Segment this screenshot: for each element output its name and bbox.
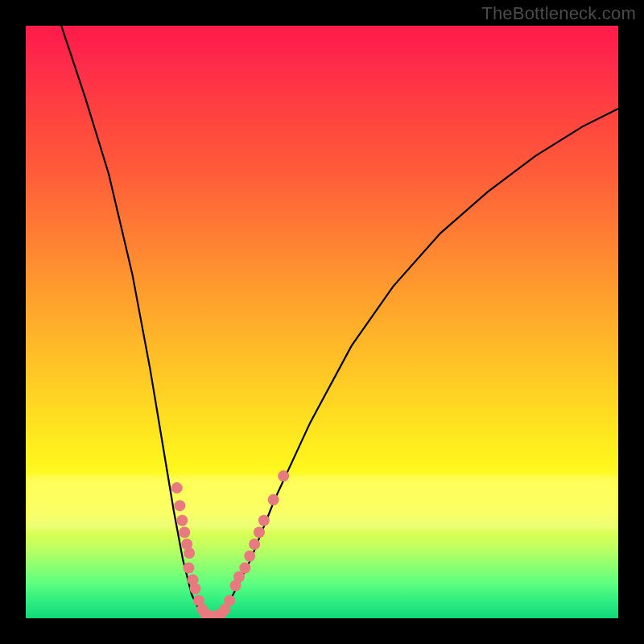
data-point-group bbox=[171, 470, 289, 618]
data-point bbox=[239, 562, 250, 573]
data-point bbox=[176, 515, 188, 526]
data-point bbox=[184, 547, 195, 559]
data-point bbox=[224, 595, 235, 606]
data-point bbox=[171, 482, 183, 493]
data-point bbox=[190, 583, 201, 594]
plot-area bbox=[26, 26, 618, 618]
data-point bbox=[249, 539, 260, 550]
data-point bbox=[268, 494, 279, 506]
watermark-text: TheBottleneck.com bbox=[481, 3, 636, 24]
data-point bbox=[278, 470, 289, 481]
chart-svg bbox=[26, 26, 618, 618]
data-point bbox=[174, 500, 185, 511]
data-point bbox=[183, 562, 194, 573]
data-point bbox=[254, 526, 265, 538]
chart-frame: TheBottleneck.com bbox=[0, 0, 644, 644]
data-point bbox=[244, 551, 255, 562]
data-point bbox=[179, 526, 190, 538]
bottleneck-curve bbox=[61, 26, 618, 618]
data-point bbox=[258, 515, 270, 526]
